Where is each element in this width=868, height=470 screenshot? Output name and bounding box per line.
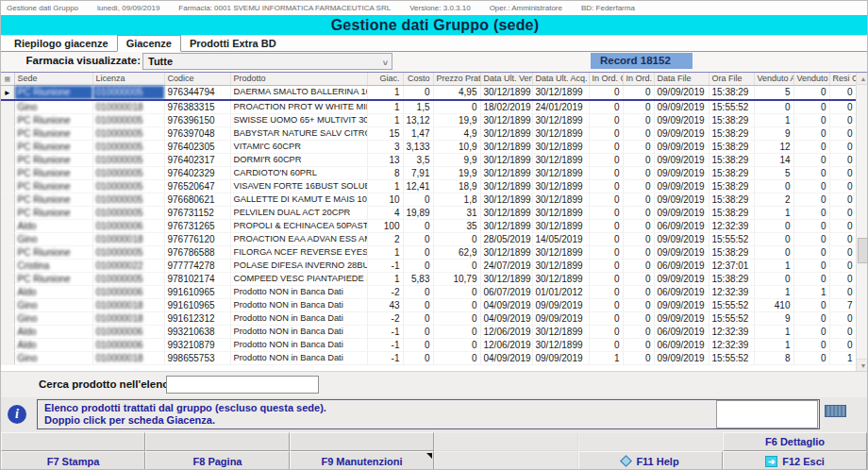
cell-sede[interactable]: Cristina: [14, 259, 92, 272]
cell-data-ult-vend[interactable]: 30/12/1899: [480, 166, 532, 179]
cell-licenza[interactable]: 010000006: [92, 219, 164, 232]
cell-in-ord-gr[interactable]: 0: [589, 298, 623, 311]
cell-codice[interactable]: 976402305: [164, 140, 230, 153]
cell-giac[interactable]: -2: [367, 285, 403, 298]
cell-ora-file[interactable]: 15:55:52: [709, 298, 754, 311]
scrollbar-thumb[interactable]: [858, 238, 868, 263]
column-header-ora-file[interactable]: Ora File: [709, 73, 754, 85]
cell-codice[interactable]: 977774278: [164, 259, 230, 272]
cell-sede[interactable]: PC Riunione: [14, 166, 92, 179]
cell-ora-file[interactable]: 15:38:29: [709, 85, 754, 100]
cell-prezzo-praticato[interactable]: 62,9: [433, 245, 480, 259]
cell-sede[interactable]: Aldo: [14, 338, 92, 351]
cell-venduto-ac[interactable]: 1: [754, 113, 793, 126]
cell-costo[interactable]: 1,47: [403, 126, 433, 140]
table-row[interactable]: PC Riunione010000005976731152PELVILEN DU…: [1, 206, 856, 219]
cell-sede[interactable]: Gino: [14, 232, 92, 245]
cell-licenza[interactable]: 010000022: [92, 259, 164, 272]
cell-in-ord-gr[interactable]: 0: [589, 338, 623, 351]
cell-licenza[interactable]: 010000005: [92, 85, 164, 100]
cell-in-ord-dt[interactable]: 0: [623, 298, 654, 311]
column-header-licenza[interactable]: Licenza: [92, 73, 164, 85]
cell-resi-cli[interactable]: 0: [829, 245, 856, 259]
cell-resi-cli[interactable]: 0: [829, 311, 856, 325]
cell-resi-cli[interactable]: 0: [829, 259, 856, 272]
table-row[interactable]: Gino010000018998655753Prodotto NON in Ba…: [1, 351, 856, 364]
cell-licenza[interactable]: 010000005: [92, 179, 164, 193]
cell-giac[interactable]: 1: [367, 85, 403, 100]
cell-codice[interactable]: 976731265: [164, 219, 230, 232]
cell-giac[interactable]: 1: [367, 245, 403, 259]
cell-costo[interactable]: 0: [403, 351, 433, 364]
cell-resi-cli[interactable]: 0: [829, 232, 856, 245]
cell-licenza[interactable]: 010000005: [92, 245, 164, 259]
cell-venduto-ap[interactable]: 0: [793, 219, 829, 232]
cell-in-ord-dt[interactable]: 0: [623, 285, 654, 298]
cell-licenza[interactable]: 010000005: [92, 153, 164, 166]
cell-data-ult-acq[interactable]: 30/12/1899: [532, 85, 589, 100]
cell-in-ord-dt[interactable]: 0: [623, 140, 654, 153]
cell-venduto-ap[interactable]: 0: [793, 85, 829, 100]
cell-resi-cli[interactable]: 0: [829, 153, 856, 166]
cell-licenza[interactable]: 010000005: [92, 113, 164, 126]
cell-ora-file[interactable]: 15:55:52: [709, 232, 754, 245]
cell-data-ult-acq[interactable]: 30/12/1899: [532, 325, 589, 338]
cell-in-ord-dt[interactable]: 0: [623, 166, 654, 179]
f6-dettaglio-button[interactable]: F6 Dettaglio: [723, 432, 867, 451]
cell-licenza[interactable]: 010000018: [92, 100, 164, 114]
column-header-venduto-ac[interactable]: Venduto AC: [754, 73, 793, 85]
cell-data-ult-acq[interactable]: 24/01/2019: [532, 100, 589, 114]
cell-in-ord-gr[interactable]: 0: [589, 206, 623, 219]
cell-data-ult-acq[interactable]: 30/12/1899: [532, 272, 589, 285]
column-header-sede[interactable]: Sede: [14, 73, 92, 85]
cell-ora-file[interactable]: 15:38:29: [709, 140, 754, 153]
cell-in-ord-gr[interactable]: 0: [589, 126, 623, 140]
cell-prezzo-praticato[interactable]: 9,9: [433, 153, 480, 166]
cell-codice[interactable]: 976731152: [164, 206, 230, 219]
cell-costo[interactable]: 1,5: [403, 100, 433, 114]
cell-resi-cli[interactable]: 0: [829, 325, 856, 338]
f11-help-button[interactable]: F11 Help: [578, 451, 723, 470]
cell-sede[interactable]: Aldo: [14, 285, 92, 298]
cell-data-ult-acq[interactable]: 30/12/1899: [532, 113, 589, 126]
cell-codice[interactable]: 976402329: [164, 166, 230, 179]
cell-data-ult-acq[interactable]: 30/12/1899: [532, 166, 589, 179]
column-header-in-ord-dt[interactable]: In Ord. DT: [623, 73, 654, 85]
cell-venduto-ac[interactable]: 1: [754, 338, 793, 351]
cell-costo[interactable]: 0: [403, 245, 433, 259]
cell-prodotto[interactable]: POLASE DIFESA INVERNO 28BUST: [230, 259, 367, 272]
cell-in-ord-gr[interactable]: 0: [589, 100, 623, 114]
row-selector[interactable]: [1, 285, 14, 298]
cell-prodotto[interactable]: CARDIOTO'N 60PRL: [230, 166, 367, 179]
cell-data-ult-vend[interactable]: 30/12/1899: [480, 219, 532, 232]
cell-giac[interactable]: 15: [367, 126, 403, 140]
cell-ora-file[interactable]: 15:38:29: [709, 245, 754, 259]
cell-venduto-ap[interactable]: 0: [793, 272, 829, 285]
cell-sede[interactable]: Gino: [14, 298, 92, 311]
grid-vertical-scrollbar[interactable]: ▲ ▼: [856, 73, 868, 371]
cell-data-file[interactable]: 09/09/2019: [654, 351, 709, 364]
cell-giac[interactable]: 1: [367, 100, 403, 114]
cell-prezzo-praticato[interactable]: 0: [433, 285, 480, 298]
cell-data-file[interactable]: 09/09/2019: [654, 126, 709, 140]
cell-data-file[interactable]: 06/09/2019: [654, 219, 709, 232]
cell-data-ult-vend[interactable]: 12/06/2019: [480, 338, 532, 351]
cell-in-ord-gr[interactable]: 0: [589, 140, 623, 153]
cell-venduto-ac[interactable]: 14: [754, 153, 793, 166]
column-header-in-ord-gr[interactable]: In Ord. GR: [589, 73, 623, 85]
row-selector[interactable]: [1, 166, 14, 179]
cell-costo[interactable]: 0: [403, 219, 433, 232]
table-row[interactable]: PC Riunione010000005976402329CARDIOTO'N …: [1, 166, 856, 179]
cell-costo[interactable]: 3,5: [403, 153, 433, 166]
cell-venduto-ap[interactable]: 0: [793, 206, 829, 219]
row-selector[interactable]: [1, 100, 14, 114]
cell-licenza[interactable]: 010000005: [92, 193, 164, 206]
cell-venduto-ap[interactable]: 0: [793, 126, 829, 140]
cell-costo[interactable]: 0: [403, 259, 433, 272]
cell-venduto-ac[interactable]: 1: [754, 325, 793, 338]
column-header-codice[interactable]: Codice: [164, 73, 230, 85]
column-header-venduto-ap[interactable]: Venduto AP: [793, 73, 829, 85]
cell-venduto-ap[interactable]: 0: [793, 232, 829, 245]
cell-in-ord-dt[interactable]: 0: [623, 100, 654, 114]
cell-data-ult-vend[interactable]: 30/12/1899: [480, 272, 532, 285]
